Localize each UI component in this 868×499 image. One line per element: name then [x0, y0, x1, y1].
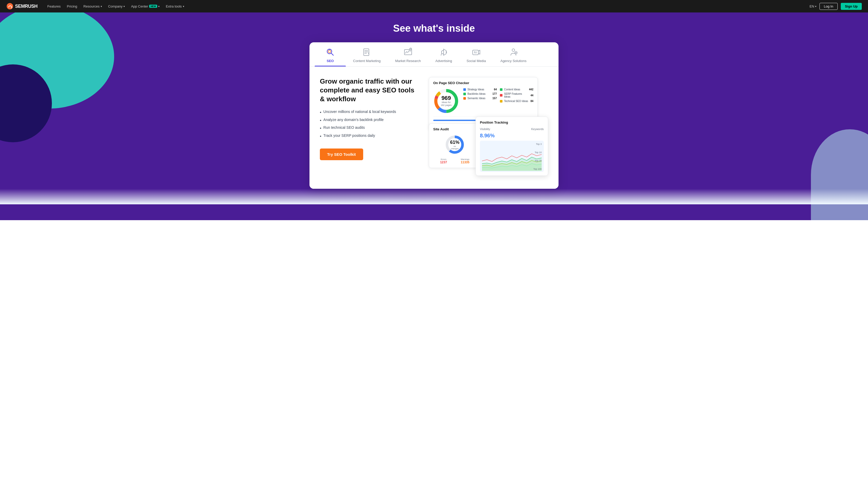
idea-row-technical: Technical SEO Ideas 84 — [500, 100, 533, 102]
chevron-down-icon: ▾ — [815, 5, 816, 8]
audit-body: 61% no changes Errors 1237 Warnings — [433, 134, 476, 164]
audit-percentage: 61% — [450, 140, 460, 145]
svg-line-12 — [441, 54, 441, 55]
nav-links: Features Pricing Resources ▾ Company ▾ A… — [45, 3, 802, 10]
list-item: Run technical SEO audits — [320, 124, 418, 132]
svg-point-3 — [328, 50, 331, 53]
login-button[interactable]: Log In — [819, 3, 838, 10]
svg-point-14 — [474, 51, 475, 52]
position-header: Visibility Keywords — [480, 127, 544, 131]
audit-warnings-val: 11335 — [461, 160, 469, 164]
svg-point-0 — [7, 3, 13, 10]
card-left: Grow organic traffic with our complete a… — [320, 77, 418, 176]
card-body: Grow organic traffic with our complete a… — [310, 67, 558, 189]
chart-label-top10: Top 10 — [533, 151, 542, 154]
idea-dot-backlinks — [463, 93, 466, 95]
audit-errors: Errors 1237 — [440, 158, 447, 164]
social-media-icon — [471, 48, 481, 57]
position-chart-svg — [482, 143, 542, 171]
site-audit-title: Site Audit — [433, 127, 476, 131]
idea-dot-content — [500, 88, 503, 91]
svg-rect-13 — [473, 50, 478, 55]
chevron-down-icon: ▾ — [101, 5, 102, 8]
seo-feature-list: Uncover millions of national & local key… — [320, 109, 418, 140]
list-item: Track your SERP positions daily — [320, 132, 418, 140]
card-right: On Page SEO Checker — [429, 77, 548, 176]
content-marketing-icon — [362, 48, 372, 57]
audit-stats: Errors 1237 Warnings 11335 — [433, 158, 476, 164]
nav-extra-tools[interactable]: Extra tools ▾ — [163, 3, 187, 10]
idea-dot-strategy — [463, 88, 466, 91]
audit-errors-val: 1237 — [440, 160, 447, 164]
nav-company[interactable]: Company ▾ — [105, 3, 128, 10]
audit-sub-label: no changes — [450, 145, 460, 150]
position-tracking-title: Position Tracking — [480, 121, 544, 124]
tab-market-research-label: Market Research — [395, 59, 421, 63]
try-seo-toolkit-button[interactable]: Try SEO Toolkit — [320, 148, 363, 160]
chart-label-top3: Top 3 — [533, 143, 542, 145]
idea-row-content: Content Ideas 442 — [500, 88, 533, 91]
tab-advertising[interactable]: Advertising — [428, 42, 459, 66]
market-research-icon — [403, 48, 413, 57]
donut-sub: ideas for182 pages — [441, 101, 452, 107]
nav-app-center[interactable]: App Center NEW ▾ — [128, 3, 162, 10]
donut-center: 969 ideas for182 pages — [441, 95, 452, 107]
language-selector[interactable]: EN ▾ — [810, 4, 816, 8]
hero-bottom-gradient — [0, 189, 868, 204]
logo[interactable]: SEMRUSH — [6, 3, 38, 10]
visibility-label: Visibility — [480, 127, 490, 131]
svg-point-17 — [512, 49, 515, 51]
chart-label-top20: Top 20 — [533, 159, 542, 162]
visibility-value: 8.96% — [480, 133, 544, 139]
new-badge: NEW — [149, 5, 157, 8]
tab-advertising-label: Advertising — [435, 59, 452, 63]
nav-resources[interactable]: Resources ▾ — [81, 3, 104, 10]
audit-warnings: Warnings 11335 — [461, 158, 469, 164]
hero-section: See what's inside SEO — [0, 12, 868, 220]
signup-button[interactable]: Sign Up — [841, 3, 862, 10]
tab-seo-label: SEO — [327, 59, 334, 63]
nav-features[interactable]: Features — [45, 3, 63, 10]
list-item: Analyze any domain's backlink profile — [320, 117, 418, 124]
tab-bar: SEO Content Marketing — [310, 42, 558, 67]
idea-dot-technical — [500, 100, 503, 102]
idea-row-serp: SERP Features Ideas 44 — [500, 93, 533, 98]
idea-row-backlinks: Backlinks Ideas 177 — [463, 93, 497, 95]
tab-content-marketing-label: Content Marketing — [353, 59, 380, 63]
keywords-label: Keywords — [531, 127, 544, 131]
position-tracking-widget: Position Tracking Visibility Keywords 8.… — [476, 117, 548, 176]
idea-dot-semantic — [463, 97, 466, 100]
idea-row-semantic: Semantic Ideas 157 — [463, 97, 497, 100]
tab-social-media-label: Social Media — [467, 59, 486, 63]
agency-solutions-icon — [509, 48, 518, 57]
idea-dot-serp — [500, 94, 503, 97]
bg-decoration-3 — [811, 129, 868, 220]
ideas-col-left: Strategy Ideas 64 Backlinks Ideas 177 — [463, 88, 497, 104]
donut-chart: 969 ideas for182 pages — [433, 88, 459, 114]
chart-label-top100: Top 100 — [533, 168, 542, 170]
idea-row-strategy: Strategy Ideas 64 — [463, 88, 497, 91]
hero-title: See what's inside — [0, 23, 868, 34]
tab-market-research[interactable]: Market Research — [388, 42, 428, 66]
seo-icon — [326, 48, 335, 57]
advertising-icon — [439, 48, 448, 57]
list-item: Uncover millions of national & local key… — [320, 109, 418, 116]
tab-agency-solutions[interactable]: Agency Solutions — [493, 42, 533, 66]
site-audit-widget: Site Audit 61% no changes — [429, 123, 481, 168]
chevron-down-icon: ▾ — [183, 5, 184, 8]
tab-agency-solutions-label: Agency Solutions — [500, 59, 526, 63]
svg-line-2 — [331, 53, 334, 55]
tab-content-marketing[interactable]: Content Marketing — [346, 42, 388, 66]
seo-checker-body: 969 ideas for182 pages Strategy Ideas 64 — [433, 88, 533, 114]
tab-seo[interactable]: SEO — [315, 42, 346, 66]
ideas-columns: Strategy Ideas 64 Backlinks Ideas 177 — [463, 88, 533, 104]
nav-pricing[interactable]: Pricing — [64, 3, 80, 10]
chevron-down-icon: ▾ — [158, 5, 160, 8]
navbar: SEMRUSH Features Pricing Resources ▾ Com… — [0, 0, 868, 12]
chevron-down-icon: ▾ — [124, 5, 125, 8]
tab-social-media[interactable]: Social Media — [460, 42, 493, 66]
seo-headline: Grow organic traffic with our complete a… — [320, 77, 418, 104]
chart-line-labels: Top 3 Top 10 Top 20 Top 100 — [533, 143, 542, 170]
seo-checker-title: On Page SEO Checker — [433, 81, 533, 85]
donut-number: 969 — [441, 95, 452, 101]
